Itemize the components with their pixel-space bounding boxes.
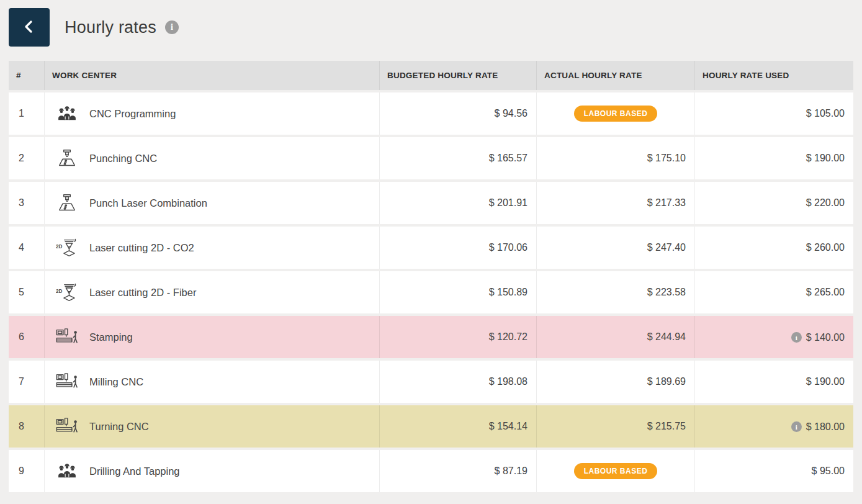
svg-text:2D: 2D	[56, 244, 63, 250]
chevron-left-icon	[22, 19, 36, 36]
budgeted-rate-value: $ 87.19	[495, 466, 528, 476]
work-center-cell: Stamping	[45, 316, 380, 358]
work-center-cell: Milling CNC	[45, 361, 380, 403]
col-header-rate-used: HOURLY RATE USED	[695, 61, 853, 90]
work-center-label: Milling CNC	[89, 376, 143, 388]
budgeted-rate-value: $ 154.14	[489, 421, 528, 431]
actual-rate-cell: $ 244.94	[537, 316, 695, 358]
work-center-label: Punching CNC	[89, 153, 157, 164]
work-center-cell: CNC Programming	[45, 92, 380, 135]
col-header-work-center: WORK CENTER	[45, 61, 380, 90]
row-index: 8	[9, 405, 45, 448]
actual-rate-value: $ 244.94	[647, 331, 686, 342]
work-center-cell: Punch Laser Combination	[45, 182, 380, 224]
row-index: 5	[9, 271, 45, 313]
laser-cutting-2d-icon: 2D	[55, 283, 79, 302]
rate-info-icon[interactable]: i	[791, 421, 802, 432]
work-center-label: Laser cutting 2D - CO2	[89, 242, 194, 254]
back-button[interactable]	[9, 8, 50, 47]
table-row[interactable]: 4 2D Laser cutting 2D - CO2 $ 170.06 $ 2…	[9, 227, 853, 269]
page-title: Hourly rates	[65, 18, 156, 37]
budgeted-rate-value: $ 170.06	[489, 242, 528, 253]
rate-used-cell: i $ 180.00	[695, 405, 853, 448]
work-center-label: Stamping	[89, 331, 133, 343]
table-row[interactable]: 8 Turning CNC $ 154.14 $ 215.75 i $ 180.…	[9, 405, 853, 448]
rate-used-cell: $ 265.00	[695, 271, 853, 313]
work-center-cell: 2D Laser cutting 2D - Fiber	[45, 271, 380, 313]
table-row[interactable]: 3 Punch Laser Combination $ 201.91 $ 217…	[9, 182, 853, 224]
table-header: # WORK CENTER BUDGETED HOURLY RATE ACTUA…	[9, 61, 853, 90]
rate-used-value: $ 260.00	[806, 242, 845, 253]
rate-info-icon[interactable]: i	[791, 332, 802, 343]
punch-press-icon	[55, 194, 79, 212]
actual-rate-cell: $ 175.10	[537, 137, 695, 179]
budgeted-rate-value: $ 150.89	[489, 287, 528, 297]
budgeted-rate-cell: $ 150.89	[380, 271, 537, 313]
actual-rate-cell: LABOUR BASED	[537, 92, 695, 135]
row-index: 1	[9, 92, 45, 135]
actual-rate-value: $ 175.10	[647, 153, 686, 163]
labour-based-badge: LABOUR BASED	[574, 106, 658, 122]
rate-used-cell: $ 220.00	[695, 182, 853, 224]
budgeted-rate-cell: $ 165.57	[380, 137, 537, 179]
budgeted-rate-value: $ 198.08	[489, 376, 528, 387]
col-header-index: #	[9, 61, 45, 90]
rate-used-cell: $ 95.00	[695, 450, 853, 492]
budgeted-rate-value: $ 201.91	[489, 197, 528, 208]
table-row[interactable]: 2 Punching CNC $ 165.57 $ 175.10 $ 190.0…	[9, 137, 853, 179]
rate-used-cell: $ 105.00	[695, 92, 853, 135]
budgeted-rate-value: $ 94.56	[495, 108, 528, 119]
punch-press-icon	[55, 149, 79, 168]
work-center-label: CNC Programming	[89, 108, 176, 120]
svg-text:2D: 2D	[56, 289, 63, 294]
row-index: 9	[9, 450, 45, 492]
work-center-label: Laser cutting 2D - Fiber	[89, 287, 196, 299]
row-index: 6	[9, 316, 45, 358]
cnc-machine-icon	[55, 373, 79, 390]
work-center-cell: 2D Laser cutting 2D - CO2	[45, 227, 380, 269]
budgeted-rate-cell: $ 120.72	[380, 316, 537, 358]
table-row[interactable]: 6 Stamping $ 120.72 $ 244.94 i $ 140.00	[9, 316, 853, 358]
info-icon[interactable]: i	[165, 20, 179, 34]
work-center-cell: Drilling And Tapping	[45, 450, 380, 492]
table-row[interactable]: 9 Drilling And Tapping $ 87.19 LABOUR BA…	[9, 450, 853, 492]
cnc-machine-icon	[55, 328, 79, 346]
page-header: Hourly rates i	[9, 7, 853, 47]
actual-rate-cell: LABOUR BASED	[537, 450, 695, 492]
table-row[interactable]: 7 Milling CNC $ 198.08 $ 189.69 $ 190.00	[9, 361, 853, 403]
row-index: 4	[9, 227, 45, 269]
laser-cutting-2d-icon: 2D	[55, 238, 79, 258]
rate-used-value: $ 105.00	[806, 108, 845, 119]
hourly-rates-table: # WORK CENTER BUDGETED HOURLY RATE ACTUA…	[9, 58, 853, 495]
col-header-actual-rate: ACTUAL HOURLY RATE	[537, 61, 695, 90]
table-row[interactable]: 5 2D Laser cutting 2D - Fiber $ 150.89 $…	[9, 271, 853, 313]
rate-used-cell: $ 190.00	[695, 137, 853, 179]
actual-rate-value: $ 223.58	[647, 287, 686, 297]
work-center-cell: Punching CNC	[45, 137, 380, 179]
row-index: 2	[9, 137, 45, 179]
rate-used-cell: $ 260.00	[695, 227, 853, 269]
rate-used-value: $ 190.00	[806, 153, 845, 164]
actual-rate-value: $ 215.75	[647, 421, 686, 431]
actual-rate-value: $ 247.40	[647, 242, 686, 253]
budgeted-rate-cell: $ 94.56	[380, 92, 537, 135]
cnc-machine-icon	[55, 418, 79, 435]
actual-rate-cell: $ 215.75	[537, 405, 695, 448]
budgeted-rate-cell: $ 170.06	[380, 227, 537, 269]
work-center-cell: Turning CNC	[45, 405, 380, 448]
rate-used-cell: i $ 140.00	[695, 316, 853, 358]
rate-used-cell: $ 190.00	[695, 361, 853, 403]
budgeted-rate-cell: $ 201.91	[380, 182, 537, 224]
hourly-rates-page: Hourly rates i # WORK CENTER BUDGETED HO…	[0, 0, 862, 504]
rate-used-value: $ 220.00	[806, 197, 845, 209]
work-center-label: Drilling And Tapping	[89, 466, 180, 477]
actual-rate-cell: $ 247.40	[537, 227, 695, 269]
table-row[interactable]: 1 CNC Programming $ 94.56 LABOUR BASED $…	[9, 92, 853, 135]
budgeted-rate-cell: $ 154.14	[380, 405, 537, 448]
rate-used-value: $ 190.00	[806, 376, 845, 387]
col-header-budgeted-rate: BUDGETED HOURLY RATE	[380, 61, 537, 90]
row-index: 7	[9, 361, 45, 403]
rates-table-body: 1 CNC Programming $ 94.56 LABOUR BASED $…	[9, 92, 853, 492]
row-index: 3	[9, 182, 45, 224]
actual-rate-value: $ 189.69	[647, 376, 686, 387]
